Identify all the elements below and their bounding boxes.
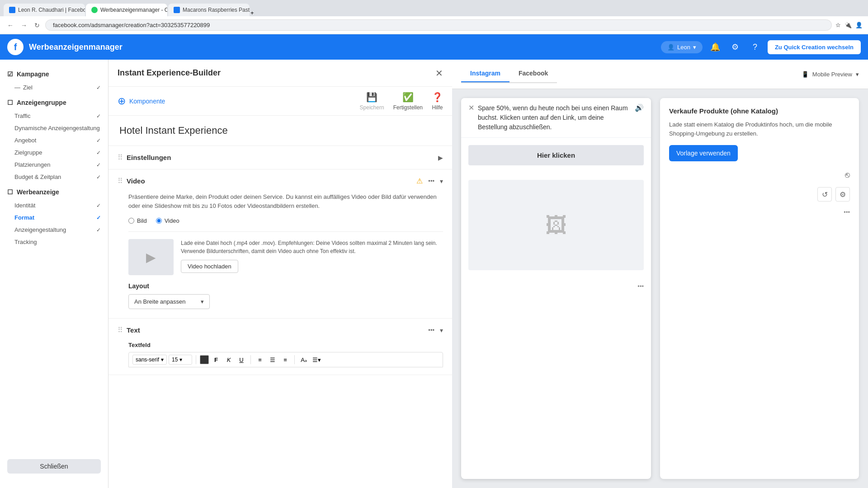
browser-tab-1[interactable]: Leon R. Chaudhari | Facebook ✕ (4, 4, 85, 16)
text-toggle-icon[interactable]: ▾ (440, 327, 443, 334)
align-center-button[interactable]: ☰ (267, 354, 278, 365)
browser-tab-3[interactable]: Macarons Raspberries Pastric... ✕ (168, 4, 250, 16)
preview-body: ✕ Spare 50%, wenn du heute noch bei uns … (452, 89, 868, 488)
help-icon[interactable]: ? (748, 40, 762, 54)
align-left-button[interactable]: ≡ (255, 354, 265, 365)
radio-option-video[interactable]: Video (156, 217, 179, 224)
settings-drag-handle[interactable]: ⠿ (118, 153, 123, 162)
external-link-icon[interactable]: ⎋ (845, 170, 850, 180)
werbeanzeige-checkbox-icon: ☐ (7, 188, 13, 196)
browser-bar: Leon R. Chaudhari | Facebook ✕ Werbeanze… (0, 0, 868, 16)
video-more-button[interactable]: ••• (428, 178, 434, 184)
finalize-button[interactable]: ✅ Fertigstellen (393, 92, 423, 111)
add-component-button[interactable]: ⊕ Komponente (118, 95, 165, 107)
fb-topbar: f Werbeanzeigenmanager 👤 Leon ▾ 🔔 ⚙ ? Zu… (0, 34, 868, 60)
builder-close-button[interactable]: ✕ (435, 68, 443, 79)
video-drag-handle[interactable]: ⠿ (118, 177, 123, 185)
back-button[interactable]: ← (5, 20, 15, 31)
layout-dropdown[interactable]: An Breite anpassen ▾ (128, 294, 210, 309)
profile-icon[interactable]: 👤 (855, 22, 863, 28)
experience-name-input[interactable] (108, 116, 452, 146)
mobile-preview-option[interactable]: 📱 Mobile Preview ▾ (802, 71, 859, 78)
ad-image-placeholder: 🖼 (468, 180, 644, 270)
mobile-preview-label: Mobile Preview (812, 71, 852, 78)
list-button[interactable]: ☰▾ (311, 354, 322, 365)
sidebar-item-tracking[interactable]: Tracking (0, 236, 108, 248)
budget-check-icon: ✓ (96, 174, 101, 180)
ad-close-icon[interactable]: ✕ (468, 103, 474, 112)
traffic-check-icon: ✓ (96, 113, 101, 119)
video-toggle-icon[interactable]: ▾ (440, 178, 443, 185)
preview-more-dots[interactable]: ••• (461, 277, 651, 295)
preview-header: Instagram Facebook 📱 Mobile Preview ▾ (452, 60, 868, 89)
extension-icon[interactable]: 🔌 (844, 22, 852, 28)
sidebar-item-platzierungen[interactable]: Platzierungen ✓ (0, 159, 108, 171)
forward-button[interactable]: → (19, 20, 29, 31)
format-check-icon: ✓ (96, 215, 101, 221)
text-more-button[interactable]: ••• (428, 327, 434, 333)
refresh-button[interactable]: ↻ (33, 20, 42, 31)
catalog-cta-button[interactable]: Vorlage verwenden (669, 145, 738, 161)
settings-catalog-icon[interactable]: ⚙ (835, 187, 850, 202)
sidebar-item-identitaet[interactable]: Identität ✓ (0, 199, 108, 211)
preview-tab-facebook[interactable]: Facebook (509, 65, 557, 82)
video-section-header[interactable]: ⠿ Video ⚠ ••• ▾ (108, 169, 452, 192)
help-button[interactable]: ❓ Hilfe (432, 92, 443, 111)
sidebar-item-angebot[interactable]: Angebot ✓ (0, 134, 108, 146)
font-family-selector[interactable]: sans-serif ▾ (132, 355, 167, 365)
ziel-dash-icon: — (14, 84, 20, 91)
save-button[interactable]: 💾 Speichern (360, 92, 384, 111)
video-instructions: Lade eine Datei hoch (.mp4 oder .mov). E… (181, 239, 443, 275)
sidebar-item-anzeigengestaltung[interactable]: Anzeigengestaltung ✓ (0, 224, 108, 236)
video-thumbnail: ▶ (128, 239, 174, 275)
sidebar-item-budget[interactable]: Budget & Zeitplan ✓ (0, 171, 108, 183)
settings-section-header[interactable]: ⠿ Einstellungen ▶ (108, 146, 452, 169)
address-bar[interactable]: facebook.com/adsmanager/creation?act=303… (45, 19, 832, 31)
quick-creation-button[interactable]: Zu Quick Creation wechseln (768, 40, 861, 54)
settings-toggle-icon[interactable]: ▶ (438, 154, 443, 161)
bold-button[interactable]: F (211, 354, 222, 365)
sidebar-item-traffic[interactable]: Traffic ✓ (0, 110, 108, 122)
sidebar-item-ziel[interactable]: — Ziel ✓ (0, 81, 108, 94)
add-component-label: Komponente (129, 98, 165, 105)
radio-bild-input[interactable] (128, 218, 134, 224)
video-upload-button[interactable]: Video hochladen (181, 260, 238, 273)
align-right-button[interactable]: ≡ (280, 354, 291, 365)
underline-button[interactable]: U (236, 354, 247, 365)
new-tab-button[interactable]: + (250, 9, 254, 16)
text-section-header[interactable]: ⠿ Text ••• ▾ (108, 319, 452, 342)
settings-section-actions: ▶ (438, 154, 443, 161)
text-drag-handle[interactable]: ⠿ (118, 326, 123, 334)
anzeigengruppe-checkbox-icon: ☐ (7, 99, 13, 106)
sidebar-item-format[interactable]: Format ✓ (0, 211, 108, 224)
builder-container: Instant Experience-Builder ✕ ⊕ Komponent… (108, 60, 452, 488)
sidebar-section-kampagne-title[interactable]: ☑ Kampagne (0, 67, 108, 81)
refresh-icon[interactable]: ↺ (817, 187, 832, 202)
identitaet-label: Identität (14, 202, 35, 209)
sidebar-section-werbeanzeige-title[interactable]: ☐ Werbeanzeige (0, 185, 108, 199)
preview-tab-instagram[interactable]: Instagram (461, 65, 509, 82)
catalog-more-dots[interactable]: ••• (844, 209, 850, 216)
builder-header: Instant Experience-Builder ✕ (108, 60, 452, 87)
browser-tab-2[interactable]: Werbeanzeigenmanager - Cr... ✕ (86, 4, 167, 16)
sidebar-section-anzeigengruppe-title[interactable]: ☐ Anzeigengruppe (0, 95, 108, 110)
ziel-check-icon: ✓ (96, 84, 101, 91)
user-dropdown-button[interactable]: 👤 Leon ▾ (661, 41, 703, 53)
ad-cta-button[interactable]: Hier klicken (468, 145, 644, 165)
tab-label-1: Leon R. Chaudhari | Facebook (18, 7, 85, 13)
italic-button[interactable]: K (223, 354, 234, 365)
catalog-panel: Verkaufe Produkte (ohne Katalog) Lade st… (660, 98, 859, 479)
text-size-button[interactable]: Aₐ (298, 354, 309, 365)
bookmark-icon[interactable]: ☆ (835, 22, 841, 28)
sound-icon[interactable]: 🔊 (635, 103, 644, 112)
sidebar-close-button[interactable]: Schließen (7, 459, 101, 474)
sidebar-item-zielgruppe[interactable]: Zielgruppe ✓ (0, 146, 108, 159)
angebot-label: Angebot (14, 137, 36, 144)
text-color-button[interactable] (200, 355, 209, 364)
settings-icon[interactable]: ⚙ (728, 40, 742, 54)
notification-icon[interactable]: 🔔 (708, 40, 722, 54)
radio-video-input[interactable] (156, 218, 162, 224)
sidebar-item-dynamische[interactable]: Dynamische Anzeigengestaltung (0, 122, 108, 134)
radio-option-bild[interactable]: Bild (128, 217, 147, 224)
font-size-selector[interactable]: 15 ▾ (169, 355, 192, 365)
